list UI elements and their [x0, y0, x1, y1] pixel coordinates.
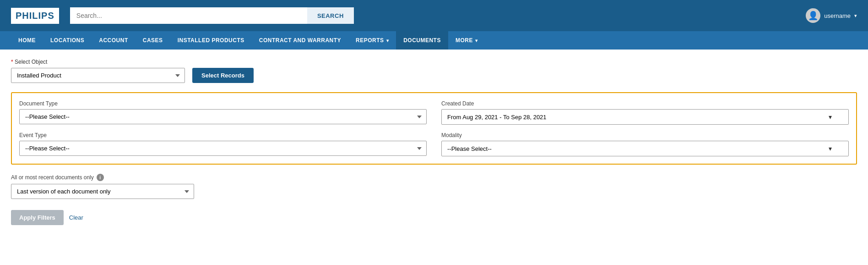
content-area: * Select Object Installed Product Select…	[0, 50, 868, 234]
modality-field: Modality --Please Select-- ▾	[441, 132, 849, 156]
recent-docs-select[interactable]: Last version of each document only	[11, 184, 194, 199]
event-type-field: Event Type --Please Select--	[19, 132, 427, 156]
select-object-label-text: Select Object	[15, 59, 47, 65]
top-bar: PHILIPS SEARCH 👤 username ▾	[0, 0, 868, 31]
user-name-label: username	[824, 12, 851, 19]
clear-link[interactable]: Clear	[69, 214, 83, 221]
nav-installed-products[interactable]: INSTALLED PRODUCTS	[170, 31, 252, 50]
search-area: SEARCH	[70, 7, 354, 24]
nav-documents[interactable]: DOCUMENTS	[396, 31, 448, 50]
user-menu-chevron[interactable]: ▾	[854, 13, 857, 19]
nav-cases[interactable]: CASES	[136, 31, 170, 50]
modality-value: --Please Select--	[447, 145, 492, 152]
created-date-select[interactable]: From Aug 29, 2021 - To Sep 28, 2021 ▾	[441, 109, 849, 125]
user-area: 👤 username ▾	[806, 8, 857, 23]
action-row: Apply Filters Clear	[11, 210, 857, 225]
select-object-label: * Select Object	[11, 59, 857, 65]
info-icon[interactable]: i	[97, 174, 104, 181]
user-avatar: 👤	[806, 8, 820, 23]
select-object-row: Installed Product Select Records	[11, 68, 857, 83]
document-type-label: Document Type	[19, 100, 427, 107]
filter-box: Document Type --Please Select-- Created …	[11, 92, 857, 165]
logo: PHILIPS	[11, 8, 59, 24]
required-marker: *	[11, 59, 15, 65]
reports-chevron: ▾	[386, 38, 389, 43]
created-date-label: Created Date	[441, 100, 849, 107]
nav-contract-warranty[interactable]: CONTRACT AND WARRANTY	[252, 31, 348, 50]
select-object-dropdown[interactable]: Installed Product	[11, 68, 185, 83]
nav-home[interactable]: HOME	[11, 31, 43, 50]
search-input[interactable]	[70, 7, 307, 24]
main-nav: HOME LOCATIONS ACCOUNT CASES INSTALLED P…	[0, 31, 868, 50]
filter-grid: Document Type --Please Select-- Created …	[19, 100, 849, 156]
modality-label: Modality	[441, 132, 849, 138]
nav-account[interactable]: ACCOUNT	[92, 31, 136, 50]
nav-reports[interactable]: REPORTS ▾	[348, 31, 396, 50]
search-button[interactable]: SEARCH	[307, 7, 354, 24]
created-date-value: From Aug 29, 2021 - To Sep 28, 2021	[447, 114, 547, 121]
document-type-select[interactable]: --Please Select--	[19, 109, 427, 124]
more-chevron: ▾	[475, 38, 478, 43]
select-records-button[interactable]: Select Records	[192, 68, 254, 83]
nav-more[interactable]: MORE ▾	[448, 31, 485, 50]
recent-docs-label-text: All or most recent documents only	[11, 174, 94, 181]
nav-locations[interactable]: LOCATIONS	[43, 31, 92, 50]
recent-docs-label-row: All or most recent documents only i	[11, 174, 857, 181]
created-date-arrow: ▾	[829, 113, 832, 121]
modality-select[interactable]: --Please Select-- ▾	[441, 141, 849, 156]
event-type-label: Event Type	[19, 132, 427, 138]
apply-filters-button[interactable]: Apply Filters	[11, 210, 64, 225]
event-type-select[interactable]: --Please Select--	[19, 141, 427, 156]
modality-arrow: ▾	[829, 145, 832, 152]
user-avatar-icon: 👤	[808, 11, 818, 21]
logo-text: PHILIPS	[16, 11, 54, 21]
created-date-field: Created Date From Aug 29, 2021 - To Sep …	[441, 100, 849, 125]
document-type-field: Document Type --Please Select--	[19, 100, 427, 125]
